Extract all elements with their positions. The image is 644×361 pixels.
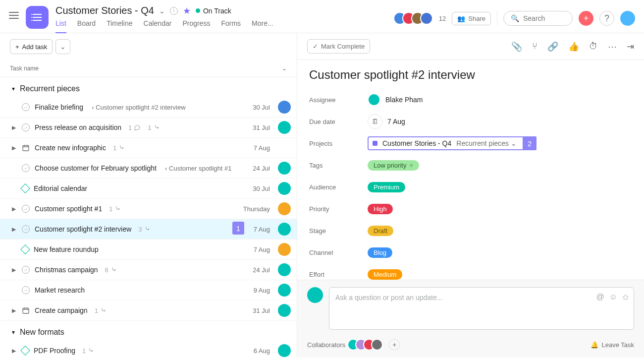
collaborator-avatars[interactable]: [351, 339, 383, 351]
tab-forms[interactable]: Forms: [221, 19, 241, 33]
parent-task: ‹ Customer spotlight #1: [161, 165, 232, 172]
projects-value[interactable]: Customer Stories - Q4 Recurrent pieces ⌄…: [368, 136, 537, 150]
project-status[interactable]: On Track: [196, 7, 231, 15]
complete-check-icon[interactable]: [22, 225, 30, 233]
complete-check-icon[interactable]: [22, 103, 30, 111]
section-header[interactable]: ▾Recurrent pieces: [0, 77, 297, 97]
member-avatars[interactable]: [397, 12, 433, 25]
me-avatar[interactable]: [620, 11, 635, 26]
column-menu-icon[interactable]: ⌄: [282, 65, 287, 72]
audience-pill[interactable]: Premium: [368, 182, 405, 192]
more-icon[interactable]: ⋯: [608, 41, 617, 52]
assignee-avatar[interactable]: [278, 202, 291, 215]
priority-pill[interactable]: High: [368, 204, 393, 214]
task-row[interactable]: ▶Market research9 Aug: [0, 280, 297, 301]
subtask-icon[interactable]: ⑂: [532, 41, 537, 52]
task-row[interactable]: ▶Customer spotlight #11 Thursday: [0, 199, 297, 219]
remove-tag-icon[interactable]: ×: [409, 162, 413, 169]
project-title[interactable]: Customer Stories - Q4: [55, 5, 154, 16]
assignee-avatar[interactable]: [278, 304, 291, 317]
link-icon[interactable]: 🔗: [547, 41, 558, 52]
complete-check-icon[interactable]: [22, 205, 30, 213]
assignee-value[interactable]: Blake Pham: [368, 93, 423, 106]
svg-rect-6: [23, 145, 29, 151]
tab-calendar[interactable]: Calendar: [144, 19, 172, 33]
assignee-avatar[interactable]: [278, 243, 291, 256]
info-icon[interactable]: i: [170, 7, 178, 15]
complete-check-icon[interactable]: [22, 123, 30, 131]
timer-icon[interactable]: ⏱: [589, 41, 598, 52]
tab-board[interactable]: Board: [77, 19, 96, 33]
project-section-dropdown[interactable]: Recurrent pieces ⌄: [456, 139, 517, 147]
mark-complete-button[interactable]: ✓ Mark Complete: [307, 39, 370, 54]
task-title[interactable]: Customer spotlight #2 interview: [309, 68, 632, 82]
comment-input[interactable]: Ask a question or post an update... @ ☺ …: [329, 287, 634, 330]
expand-icon[interactable]: ▶: [12, 124, 17, 131]
expand-icon[interactable]: ▶: [12, 145, 17, 151]
assignee-avatar[interactable]: [278, 223, 291, 236]
expand-icon[interactable]: ▶: [12, 307, 17, 314]
add-collaborator-button[interactable]: +: [389, 339, 400, 350]
emoji-icon[interactable]: ☺: [609, 293, 617, 302]
tab-list[interactable]: List: [55, 19, 66, 33]
help-button[interactable]: ?: [599, 11, 614, 26]
effort-pill[interactable]: Medium: [368, 269, 402, 280]
task-row[interactable]: ▶Create campaign1 31 Jul: [0, 301, 297, 321]
milestone-icon[interactable]: [20, 183, 30, 193]
complete-check-icon[interactable]: [22, 286, 30, 294]
menu-icon[interactable]: [9, 12, 19, 19]
assignee-avatar[interactable]: [278, 263, 291, 276]
expand-icon[interactable]: ▶: [12, 226, 17, 233]
mention-icon[interactable]: @: [596, 293, 604, 302]
chevron-down-icon[interactable]: ⌄: [159, 7, 165, 15]
channel-pill[interactable]: Blog: [368, 247, 392, 258]
assignee-avatar[interactable]: [278, 101, 291, 114]
star-outline-icon[interactable]: ✩: [622, 293, 629, 302]
assignee-avatar[interactable]: [278, 182, 291, 195]
task-row[interactable]: ▶Customer spotlight #2 interview3 17 Aug: [0, 219, 297, 240]
share-button[interactable]: 👥 Share: [452, 12, 491, 25]
calendar-icon: [22, 144, 30, 152]
task-row[interactable]: ▶Editorial calendar30 Jul: [0, 179, 297, 199]
global-add-button[interactable]: +: [579, 11, 593, 26]
task-row[interactable]: ▶PDF Proofing1 6 Aug: [0, 341, 297, 358]
assignee-avatar[interactable]: [278, 162, 291, 175]
due-date-value[interactable]: 🗓 7 Aug: [368, 114, 405, 129]
tab-timeline[interactable]: Timeline: [107, 19, 132, 33]
due-date: 30 Jul: [253, 104, 270, 111]
assignee-avatar[interactable]: [278, 284, 291, 297]
task-row[interactable]: ▶Finalize briefing ‹ Customer spotlight …: [0, 97, 297, 118]
like-icon[interactable]: 👍: [568, 41, 579, 52]
bell-icon: 🔔: [590, 341, 598, 349]
search-input[interactable]: 🔍: [503, 11, 573, 26]
calendar-icon: 🗓: [368, 114, 382, 129]
milestone-icon[interactable]: [20, 346, 30, 356]
expand-icon[interactable]: ▶: [12, 206, 17, 212]
tab-progress[interactable]: Progress: [182, 19, 210, 33]
task-row[interactable]: ▶Create new infographic1 7 Aug: [0, 138, 297, 158]
milestone-icon[interactable]: [20, 244, 30, 254]
task-row[interactable]: ▶New feature roundup7 Aug: [0, 240, 297, 260]
attachment-icon[interactable]: 📎: [511, 41, 522, 52]
expand-icon[interactable]: ▶: [12, 267, 17, 273]
task-name: Editorial calendar: [34, 184, 87, 192]
add-task-dropdown[interactable]: ⌄: [55, 39, 70, 54]
tag-pill[interactable]: Low priority×: [368, 160, 419, 171]
assignee-avatar[interactable]: [278, 121, 291, 134]
task-row[interactable]: ▶Christmas campaign6 24 Jul: [0, 260, 297, 280]
due-date: 31 Jul: [253, 307, 270, 314]
task-row[interactable]: ▶Choose customer for February spotlight …: [0, 158, 297, 179]
leave-task-button[interactable]: 🔔Leave Task: [590, 341, 634, 349]
close-pane-icon[interactable]: ⇥: [627, 41, 634, 52]
star-icon[interactable]: ★: [183, 5, 191, 16]
assignee-avatar[interactable]: [278, 344, 291, 357]
task-row[interactable]: ▶Press release on acquisition1 1 31 Jul: [0, 118, 297, 138]
assignee-avatar[interactable]: [278, 141, 291, 154]
complete-check-icon[interactable]: [22, 164, 30, 172]
add-task-button[interactable]: +Add task: [10, 39, 53, 54]
tab-more[interactable]: More...: [252, 19, 273, 33]
section-header[interactable]: ▾New formats: [0, 321, 297, 341]
expand-icon[interactable]: ▶: [12, 348, 17, 354]
stage-pill[interactable]: Draft: [368, 226, 393, 236]
complete-check-icon[interactable]: [22, 266, 30, 274]
